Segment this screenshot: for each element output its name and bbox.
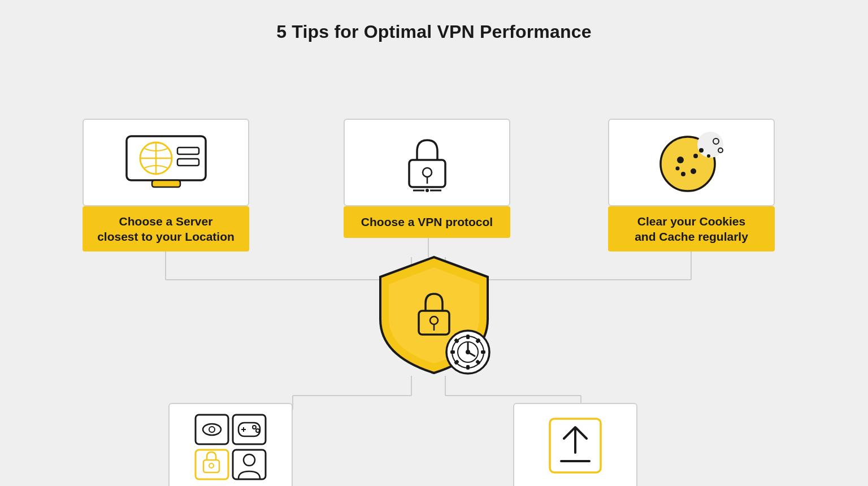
svg-point-32 — [693, 154, 698, 158]
svg-rect-17 — [177, 147, 199, 154]
svg-rect-18 — [177, 159, 199, 166]
svg-point-34 — [699, 148, 704, 153]
svg-rect-66 — [203, 460, 219, 472]
vpn-protocol-icon — [393, 132, 461, 194]
svg-point-24 — [426, 189, 429, 192]
center-shield — [358, 251, 510, 381]
svg-rect-45 — [466, 365, 470, 370]
page-container: 5 Tips for Optimal VPN Performance — [0, 0, 868, 486]
svg-point-29 — [677, 157, 684, 163]
svg-point-65 — [256, 429, 259, 432]
svg-point-30 — [691, 168, 696, 174]
svg-point-21 — [423, 168, 432, 177]
tip3-label: Clear your Cookiesand Cache regularly — [608, 206, 775, 251]
tip-card-3: Clear your Cookiesand Cache regularly — [608, 119, 775, 251]
tip-card-2: Choose a VPN protocol — [344, 119, 510, 238]
svg-rect-46 — [450, 350, 455, 354]
svg-point-31 — [681, 172, 685, 176]
svg-rect-56 — [233, 415, 266, 444]
tip5-icon-box — [513, 403, 637, 486]
tip2-icon-box — [344, 119, 510, 206]
svg-rect-47 — [481, 350, 485, 354]
page-title: 5 Tips for Optimal VPN Performance — [276, 21, 591, 42]
tip-card-4: Choose Serversaccording to your needs — [168, 403, 293, 486]
update-icon — [539, 410, 612, 484]
svg-point-67 — [209, 463, 214, 468]
svg-point-28 — [698, 132, 723, 157]
tip-card-1: Choose a Serverclosest to your Location — [83, 119, 249, 251]
server-location-icon — [121, 132, 211, 194]
svg-point-35 — [707, 154, 710, 158]
svg-point-64 — [253, 426, 256, 429]
tip3-icon-box — [608, 119, 775, 206]
svg-point-68 — [244, 454, 255, 466]
tip4-icon-box — [168, 403, 293, 486]
svg-rect-44 — [466, 335, 470, 339]
svg-point-59 — [203, 424, 221, 435]
diagram: Choose a Serverclosest to your Location — [38, 59, 830, 472]
svg-point-60 — [209, 427, 215, 432]
tip1-icon-box — [83, 119, 249, 206]
svg-point-33 — [675, 166, 679, 170]
cookies-icon — [655, 129, 728, 197]
svg-rect-57 — [196, 450, 228, 479]
shield-icon — [358, 251, 510, 381]
svg-rect-55 — [196, 415, 228, 444]
tip2-label: Choose a VPN protocol — [344, 206, 510, 238]
tip1-label: Choose a Serverclosest to your Location — [83, 206, 249, 251]
svg-rect-19 — [152, 180, 180, 187]
server-needs-icon — [191, 410, 270, 484]
tip-card-5: Regularly update — [513, 403, 637, 486]
